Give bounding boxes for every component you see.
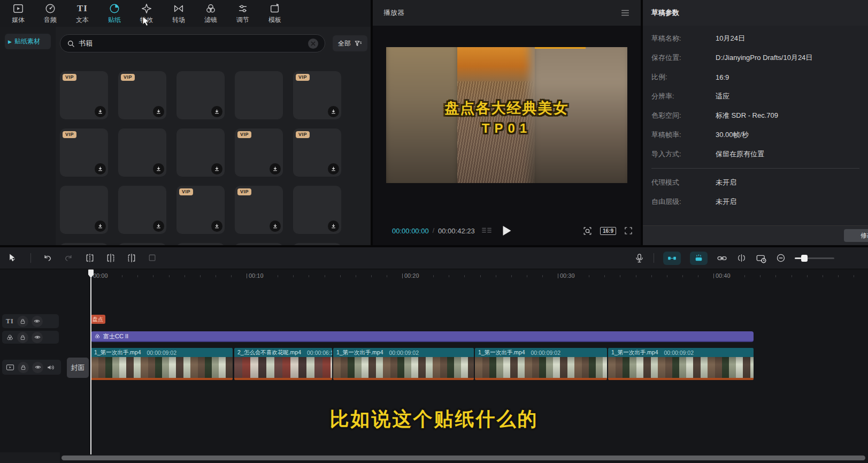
text-clip[interactable]: 盘点 (91, 315, 105, 324)
video-clip[interactable]: 1_第一次出手.mp400:00:09:02 (333, 348, 474, 380)
video-clip[interactable]: 2_怎么会不喜欢花呢.mp400:00:06:1 (234, 348, 332, 380)
download-icon[interactable] (211, 221, 222, 232)
tool-link-icon[interactable] (717, 253, 727, 263)
eye-icon[interactable] (32, 362, 43, 373)
lock-icon[interactable] (17, 332, 28, 343)
tool-unlink-icon[interactable] (736, 253, 747, 263)
clip-name-label: 2_怎么会不喜欢花呢.mp4 (237, 349, 301, 356)
tab-effects[interactable]: 特效 (130, 3, 163, 25)
sticker-art (239, 75, 279, 115)
video-clip[interactable]: 1_第一次出手.mp400:00:09:02 (608, 348, 754, 380)
aspect-ratio-button[interactable]: 16:9 (600, 227, 616, 235)
download-icon[interactable] (95, 163, 106, 174)
eye-icon[interactable] (32, 332, 43, 343)
param-label: 代理模式 (651, 178, 716, 187)
tool-split-right-icon[interactable] (127, 253, 136, 263)
tool-preview-axis-icon[interactable] (756, 253, 767, 263)
player-menu-icon[interactable] (620, 8, 630, 18)
modify-button[interactable]: 修改 (844, 229, 868, 242)
timeline-zoom-slider[interactable] (795, 257, 834, 259)
lock-icon[interactable] (18, 362, 29, 373)
speaker-icon[interactable] (47, 363, 55, 371)
download-icon[interactable] (95, 106, 106, 117)
tool-crop-icon[interactable] (148, 253, 157, 263)
sticker-tile-doodle-books[interactable]: VIP (293, 71, 341, 119)
video-clip[interactable]: 1_第一次出手.mp400:00:09:02 (475, 348, 607, 380)
sticker-tile-open-white[interactable] (118, 128, 166, 177)
timeline-ruler[interactable]: 00:0000:1000:2000:3000:40 (0, 269, 868, 283)
video-preview[interactable]: 盘点各大经典美女 TP01 (386, 47, 627, 183)
fullscreen-icon[interactable] (624, 226, 633, 236)
sticker-tile-notebook-blue[interactable]: VIP (235, 128, 283, 177)
filter-all-button[interactable]: 全部 (333, 35, 367, 51)
zoom-slider-handle[interactable] (801, 255, 808, 262)
play-button[interactable] (503, 226, 511, 236)
sticker-tile-color-stack[interactable] (176, 71, 225, 119)
sticker-tile-open-cute[interactable] (176, 128, 225, 177)
sticker-tile-stack-sparkle[interactable]: VIP (60, 71, 108, 119)
download-icon[interactable] (328, 163, 339, 174)
sticker-tile-tall-stack[interactable] (60, 186, 108, 234)
video-clip[interactable]: 1_第一次出手.mp400:00:09:02 (91, 348, 233, 380)
tab-text[interactable]: TI文本 (66, 3, 98, 25)
fit-zoom-icon[interactable] (582, 226, 593, 236)
sticker-tile-magic-book[interactable]: VIP (176, 186, 225, 234)
ruler-tick (573, 275, 574, 277)
playhead[interactable] (88, 269, 94, 278)
filter-clip[interactable]: 富士CC II (91, 331, 754, 342)
sticker-tile-open-red[interactable] (118, 186, 166, 234)
sticker-tile-pink-frame[interactable]: VIP (235, 186, 283, 234)
tool-magnet-icon[interactable] (663, 252, 681, 265)
tool-select-icon[interactable] (6, 253, 19, 263)
media-tabs: 媒体音频TI文本贴纸特效转场滤镜调节模板 (0, 0, 371, 27)
download-icon[interactable] (211, 163, 222, 174)
lock-icon[interactable] (17, 316, 28, 327)
tab-media[interactable]: 媒体 (2, 3, 34, 25)
ruler-tick (200, 275, 201, 277)
tab-sticker[interactable]: 贴纸 (98, 3, 130, 25)
tool-split-left-icon[interactable] (106, 253, 116, 263)
download-icon[interactable] (211, 106, 222, 117)
sidebar-item-sticker-material[interactable]: ▶ 贴纸素材 (5, 34, 51, 49)
tool-split-icon[interactable] (85, 253, 95, 263)
tool-mic-icon[interactable] (634, 253, 644, 263)
sticker-tile-partial[interactable]: VIP (118, 243, 166, 245)
horizontal-scrollbar[interactable] (62, 456, 865, 460)
sticker-tile-orange-books[interactable]: VIP (118, 71, 166, 119)
tab-adjust[interactable]: 调节 (227, 3, 259, 25)
tab-label: 转场 (172, 16, 185, 25)
sticker-tile-partial[interactable] (60, 243, 108, 245)
search-input[interactable]: 书籍 (60, 34, 325, 52)
download-icon[interactable] (95, 221, 106, 232)
sticker-tile-partial[interactable]: VIP (176, 243, 225, 245)
sticker-tile-open-gold[interactable] (235, 71, 283, 119)
sticker-tile-bookshelf[interactable] (293, 186, 341, 234)
tab-filter[interactable]: 滤镜 (195, 3, 227, 25)
eye-icon[interactable] (32, 316, 43, 327)
tool-auto-snap-icon[interactable] (690, 252, 708, 265)
clip-filmstrip (608, 357, 754, 378)
sticker-tile-black-board[interactable]: VIP (60, 128, 108, 177)
download-icon[interactable] (153, 106, 164, 117)
filter-icon (94, 333, 101, 339)
download-icon[interactable] (328, 221, 339, 232)
download-icon[interactable] (328, 106, 339, 117)
sticker-tile-doodle-frame[interactable]: VIP (293, 128, 341, 177)
cover-button[interactable]: 封面 (67, 358, 89, 378)
tool-zoom-out-icon[interactable] (776, 253, 786, 263)
download-icon[interactable] (270, 221, 281, 232)
download-icon[interactable] (153, 163, 164, 174)
param-value: 16:9 (716, 73, 729, 81)
tab-template[interactable]: 模板 (259, 3, 291, 25)
clear-search-icon[interactable] (308, 39, 318, 49)
tool-redo-icon[interactable] (64, 253, 74, 263)
tool-undo-icon[interactable] (42, 253, 52, 263)
sticker-tile-partial[interactable] (235, 243, 283, 245)
tab-audio[interactable]: 音频 (34, 3, 66, 25)
tab-transition[interactable]: 转场 (163, 3, 195, 25)
download-icon[interactable] (270, 163, 281, 174)
sticker-tile-partial[interactable] (293, 243, 341, 245)
download-icon[interactable] (153, 221, 164, 232)
zoom-slider-track[interactable] (795, 257, 834, 259)
clip-list-icon[interactable] (481, 226, 492, 235)
